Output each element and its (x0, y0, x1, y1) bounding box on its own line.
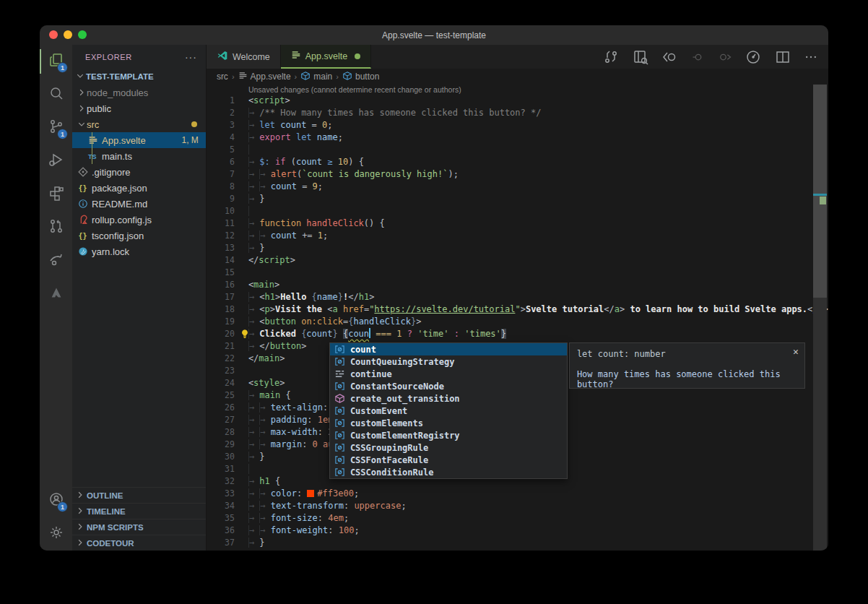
line-number: 37 (207, 537, 248, 549)
file-tree-item-src[interactable]: src (72, 116, 206, 132)
sidebar-panel-outline[interactable]: OUTLINE (72, 487, 206, 503)
code-line-1[interactable]: 1<script> (207, 95, 828, 107)
breadcrumb: src›App.svelte›main›button (207, 69, 828, 85)
file-tree-item-readme-md[interactable]: README.md (72, 196, 206, 212)
activity-bar-item-files[interactable]: 1 (40, 45, 72, 78)
suggestion-item-create_out_transition[interactable]: create_out_transition (330, 392, 567, 405)
activity-bar-item-search[interactable] (40, 78, 72, 111)
navigate-forward-icon[interactable] (718, 50, 732, 64)
suggestion-item-cssconditionrule[interactable]: CSSConditionRule (330, 466, 567, 478)
close-window-button[interactable] (49, 30, 58, 39)
code-line-3[interactable]: 3→ let count = 0; (207, 119, 828, 131)
breadcrumb-item-app-svelte[interactable]: App.svelte (238, 71, 291, 82)
timeline-icon[interactable] (745, 48, 762, 66)
sidebar-panel-codetour[interactable]: CODETOUR (72, 535, 206, 551)
suggestion-item-count[interactable]: count (330, 343, 567, 355)
sidebar-panel-timeline[interactable]: TIMELINE (72, 503, 206, 519)
code-line-12[interactable]: 12→ → count += 1; (207, 230, 828, 242)
line-number: 13 (207, 242, 248, 254)
file-tree-item-tsconfig-json[interactable]: {}tsconfig.json (72, 228, 206, 243)
scrollbar-thumb[interactable] (813, 85, 827, 298)
tab-app-svelte[interactable]: App.svelte (281, 45, 371, 69)
badge: 1 (57, 501, 68, 512)
suggestion-item-constantsourcenode[interactable]: ConstantSourceNode (330, 380, 567, 392)
window-controls (49, 30, 87, 39)
close-icon[interactable]: ✕ (793, 346, 799, 357)
overview-ruler-modified-mark (813, 194, 827, 196)
code-line-18[interactable]: 18→ <p>Visit the <a href="https://svelte… (207, 303, 828, 316)
azure-icon (48, 285, 64, 303)
open-changes-icon[interactable] (602, 48, 620, 66)
code-line-37[interactable]: 37→ } (207, 537, 828, 549)
line-number: 15 (207, 267, 248, 279)
activity-bar-item-run-debug[interactable] (40, 144, 72, 178)
code-line-36[interactable]: 36→ → font-weight: 100; (207, 525, 828, 537)
code-editor[interactable]: Unsaved changes (cannot determine recent… (207, 85, 828, 551)
code-line-6[interactable]: 6→ $: if (count ≥ 10) { (207, 156, 828, 168)
split-editor-icon[interactable] (774, 48, 791, 66)
code-line-2[interactable]: 2→ /** How many times has someone clicke… (207, 107, 828, 119)
code-line-20[interactable]: 20→ Clicked {count} {coun === 1 ? 'time'… (207, 328, 828, 340)
code-line-5[interactable]: 5 (207, 144, 828, 156)
minimize-window-button[interactable] (64, 30, 72, 39)
suggestion-description: How many times has someone clicked this … (577, 369, 797, 389)
file-tree-item-main-ts[interactable]: TSmain.ts (72, 148, 206, 164)
code-line-17[interactable]: 17→ <h1>Hello {name}!</h1> (207, 291, 828, 303)
navigate-back-icon[interactable] (661, 48, 679, 66)
code-line-34[interactable]: 34→ → text-transform: uppercase; (207, 500, 828, 512)
code-line-10[interactable]: 10 (207, 205, 828, 217)
file-tree-item-yarn-lock[interactable]: yarn.lock (72, 243, 206, 259)
yarn-file-icon (77, 246, 89, 256)
activity-bar-item-settings-gear[interactable] (40, 517, 72, 551)
activity-bar-item-extensions[interactable] (40, 178, 72, 211)
badge: 1 (57, 129, 68, 139)
code-line-35[interactable]: 35→ → font-size: 4em; (207, 512, 828, 525)
sidebar-panel-npm-scripts[interactable]: NPM SCRIPTS (72, 519, 206, 535)
file-name: README.md (92, 199, 147, 210)
code-line-text: → Clicked {count} {coun === 1 ? 'time' :… (248, 328, 828, 340)
code-line-11[interactable]: 11→ function handleClick() { (207, 217, 828, 230)
code-line-7[interactable]: 7→ → alert(`count is dangerously high!`)… (207, 168, 828, 181)
suggestion-item-cssgroupingrule[interactable]: CSSGroupingRule (330, 441, 567, 454)
sidebar-more-actions-icon[interactable]: ··· (185, 51, 197, 63)
navigation-dot-icon[interactable] (691, 50, 706, 64)
tab-welcome[interactable]: Welcome (207, 45, 281, 69)
breadcrumb-item-main[interactable]: main (300, 71, 332, 83)
file-tree-item-node-modules[interactable]: node_modules (72, 85, 206, 100)
breadcrumb-item-button[interactable]: button (342, 71, 379, 83)
more-actions-icon[interactable] (804, 50, 818, 64)
code-line-9[interactable]: 9→ } (207, 193, 828, 205)
activity-bar-item-account[interactable]: 1 (40, 484, 72, 517)
code-line-15[interactable]: 15 (207, 267, 828, 279)
maximize-window-button[interactable] (78, 30, 87, 39)
suggestion-item-customevent[interactable]: CustomEvent (330, 405, 567, 417)
suggestion-item-cssfontfacerule[interactable]: CSSFontFaceRule (330, 454, 567, 466)
settings-gear-icon (48, 524, 65, 544)
suggestion-item-countqueuingstrategy[interactable]: CountQueuingStrategy (330, 355, 567, 368)
code-line-14[interactable]: 14</script> (207, 254, 828, 267)
file-tree-item-package-json[interactable]: {}package.json (72, 180, 206, 196)
workspace-root-folder[interactable]: TEST-TEMPLATE (72, 69, 206, 85)
open-preview-icon[interactable] (632, 48, 649, 66)
file-tree-item-public[interactable]: public (72, 100, 206, 116)
code-line-4[interactable]: 4→ export let name; (207, 131, 828, 144)
code-line-19[interactable]: 19→ <button on:click={handleClick}> (207, 316, 828, 328)
file-tree-item-app-svelte[interactable]: App.svelte1, M (72, 132, 206, 148)
code-line-33[interactable]: 33→ → color: #ff3e00; (207, 488, 828, 500)
suggestion-item-continue[interactable]: continue (330, 368, 567, 380)
activity-bar-item-source-control[interactable]: 1 (40, 111, 72, 144)
suggestion-item-customelements[interactable]: customElements (330, 417, 567, 429)
file-tree: node_modulespublicsrcApp.svelte1, MTSmai… (72, 85, 206, 259)
file-tree-item-rollup-config-js[interactable]: rollup.config.js (72, 212, 206, 228)
code-line-13[interactable]: 13→ } (207, 242, 828, 254)
breadcrumb-item-src[interactable]: src (217, 72, 228, 82)
code-line-16[interactable]: 16<main> (207, 279, 828, 291)
scrollbar[interactable] (813, 85, 827, 551)
suggestion-item-customelementregistry[interactable]: CustomElementRegistry (330, 429, 567, 441)
file-tree-item--gitignore[interactable]: .gitignore (72, 164, 206, 180)
overview-ruler-added-mark (820, 197, 826, 204)
activity-bar-item-azure[interactable] (40, 277, 72, 311)
activity-bar-item-live-share[interactable] (40, 244, 72, 277)
code-line-8[interactable]: 8→ → count = 9; (207, 181, 828, 193)
activity-bar-item-pull-request[interactable] (40, 211, 72, 244)
